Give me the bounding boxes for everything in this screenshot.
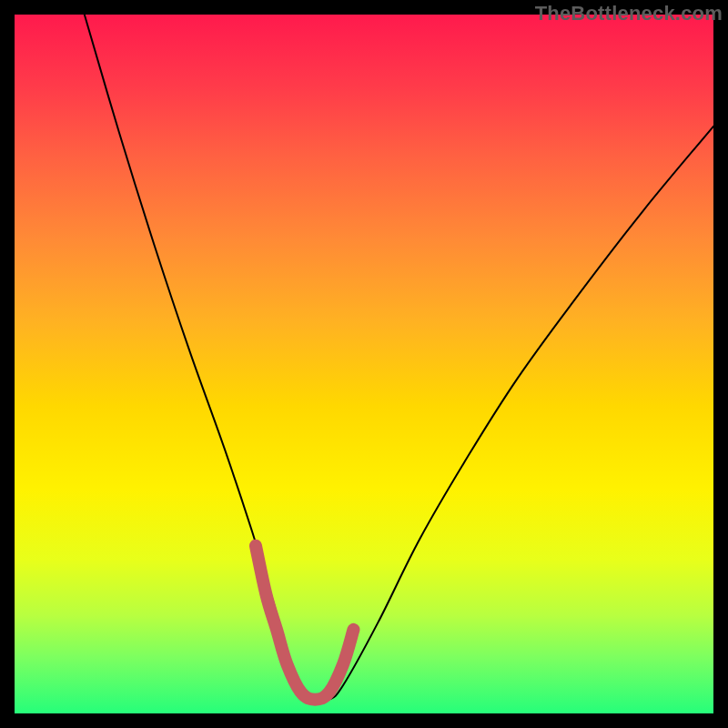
watermark-text: TheBottleneck.com xyxy=(535,2,723,25)
bottleneck-curve xyxy=(85,15,713,702)
curve-layer xyxy=(15,15,713,713)
plot-area xyxy=(15,15,713,713)
chart-frame: TheBottleneck.com xyxy=(0,0,728,728)
sweet-spot-highlight xyxy=(256,546,354,700)
